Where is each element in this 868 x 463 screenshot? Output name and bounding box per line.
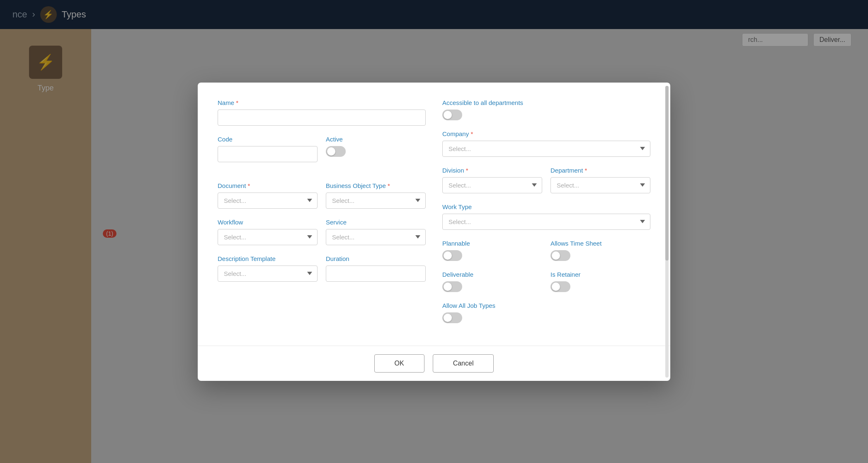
service-label: Service — [326, 219, 426, 226]
code-field-group: Code — [218, 136, 318, 162]
code-label: Code — [218, 136, 318, 143]
accessible-toggle-wrapper — [442, 110, 650, 120]
bot-field-group: Business Object Type * Select... — [326, 182, 426, 209]
allow-all-job-types-label: Allow All Job Types — [442, 302, 650, 309]
document-field-group: Document * Select... — [218, 182, 318, 209]
allows-timesheet-field-group: Allows Time Sheet — [550, 240, 650, 261]
desc-duration-row: Description Template Select... Duration … — [218, 255, 426, 282]
workflow-field-group: Workflow Select... — [218, 219, 318, 245]
accessible-toggle[interactable] — [442, 110, 462, 120]
company-label: Company * — [442, 130, 650, 137]
duration-field-group: Duration 0 — [326, 255, 426, 282]
dialog-body: Name * Code Active — [198, 83, 670, 346]
dialog: Name * Code Active — [198, 83, 670, 381]
allow-all-job-types-toggle[interactable] — [442, 312, 462, 323]
document-select[interactable]: Select... — [218, 193, 318, 209]
code-active-row: Code Active — [218, 136, 426, 162]
form-left: Name * Code Active — [218, 99, 426, 333]
accessible-label: Accessible to all departments — [442, 99, 650, 106]
is-retainer-toggle[interactable] — [550, 281, 570, 292]
allows-timesheet-toggle[interactable] — [550, 250, 570, 261]
desc-template-select[interactable]: Select... — [218, 266, 318, 282]
plannable-field-group: Plannable — [442, 240, 542, 261]
plannable-label: Plannable — [442, 240, 542, 247]
name-label: Name * — [218, 99, 426, 106]
division-dept-row: Division * Select... Department * — [442, 167, 650, 193]
workflow-select[interactable]: Select... — [218, 229, 318, 245]
work-type-label: Work Type — [442, 203, 650, 210]
department-select[interactable]: Select... — [550, 177, 650, 193]
desc-template-field-group: Description Template Select... — [218, 255, 318, 282]
workflow-service-row: Workflow Select... Service Select... — [218, 219, 426, 245]
allow-all-job-types-field-group: Allow All Job Types — [442, 302, 650, 323]
active-toggle-wrapper — [326, 146, 426, 157]
workflow-label: Workflow — [218, 219, 318, 226]
name-input[interactable] — [218, 110, 426, 126]
company-select[interactable]: Select... — [442, 141, 650, 157]
name-field-group: Name * — [218, 99, 426, 126]
division-label: Division * — [442, 167, 542, 174]
plannable-toggle[interactable] — [442, 250, 462, 261]
active-toggle[interactable] — [326, 146, 346, 157]
overlay: Name * Code Active — [0, 0, 868, 463]
bot-select[interactable]: Select... — [326, 193, 426, 209]
document-label: Document * — [218, 182, 318, 189]
form-right: Accessible to all departments Company * … — [442, 99, 650, 333]
active-label: Active — [326, 136, 426, 143]
dialog-footer: OK Cancel — [198, 346, 670, 381]
desc-template-label: Description Template — [218, 255, 318, 262]
allows-timesheet-label: Allows Time Sheet — [550, 240, 650, 247]
scrollbar[interactable] — [665, 86, 669, 378]
department-label: Department * — [550, 167, 650, 174]
department-field-group: Department * Select... — [550, 167, 650, 193]
scrollbar-thumb — [665, 86, 669, 261]
deliverable-toggle[interactable] — [442, 281, 462, 292]
division-select[interactable]: Select... — [442, 177, 542, 193]
is-retainer-label: Is Retainer — [550, 271, 650, 278]
work-type-select[interactable]: Select... — [442, 214, 650, 230]
ok-button[interactable]: OK — [374, 354, 424, 373]
code-input[interactable] — [218, 146, 318, 162]
work-type-field-group: Work Type Select... — [442, 203, 650, 230]
deliverable-retainer-row: Deliverable Is Retainer — [442, 271, 650, 292]
is-retainer-field-group: Is Retainer — [550, 271, 650, 292]
duration-input[interactable]: 0 — [326, 266, 426, 282]
bot-label: Business Object Type * — [326, 182, 426, 189]
active-field-group: Active — [326, 136, 426, 162]
cancel-button[interactable]: Cancel — [433, 354, 494, 373]
deliverable-field-group: Deliverable — [442, 271, 542, 292]
document-bot-row: Document * Select... Business Object Typ… — [218, 182, 426, 209]
plannable-timesheet-row: Plannable Allows Time Sheet — [442, 240, 650, 261]
name-required: * — [236, 99, 238, 106]
service-field-group: Service Select... — [326, 219, 426, 245]
company-field-group: Company * Select... — [442, 130, 650, 157]
accessible-field-group: Accessible to all departments — [442, 99, 650, 120]
division-field-group: Division * Select... — [442, 167, 542, 193]
deliverable-label: Deliverable — [442, 271, 542, 278]
duration-label: Duration — [326, 255, 426, 262]
service-select[interactable]: Select... — [326, 229, 426, 245]
